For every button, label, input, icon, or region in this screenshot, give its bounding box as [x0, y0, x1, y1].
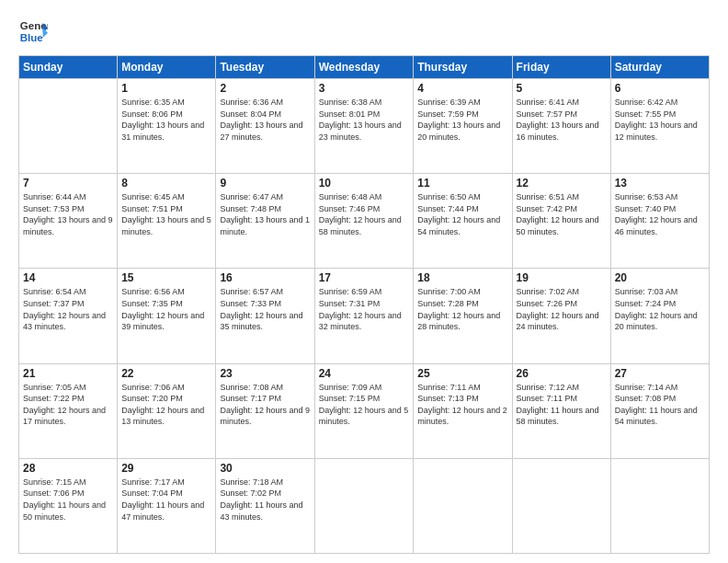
- day-cell: 28Sunrise: 7:15 AM Sunset: 7:06 PM Dayli…: [19, 458, 118, 553]
- day-number: 6: [615, 82, 705, 95]
- weekday-header-sunday: Sunday: [19, 56, 118, 79]
- day-cell: [314, 458, 414, 553]
- day-cell: 18Sunrise: 7:00 AM Sunset: 7:28 PM Dayli…: [414, 269, 512, 363]
- day-number: 17: [319, 271, 410, 284]
- day-cell: 15Sunrise: 6:56 AM Sunset: 7:35 PM Dayli…: [118, 269, 216, 363]
- logo-icon: General Blue: [18, 17, 48, 46]
- day-number: 7: [23, 177, 113, 190]
- day-info: Sunrise: 6:56 AM Sunset: 7:35 PM Dayligh…: [121, 286, 211, 332]
- calendar-table: SundayMondayTuesdayWednesdayThursdayFrid…: [18, 55, 710, 554]
- day-cell: 20Sunrise: 7:03 AM Sunset: 7:24 PM Dayli…: [610, 269, 709, 363]
- day-cell: 17Sunrise: 6:59 AM Sunset: 7:31 PM Dayli…: [314, 269, 414, 363]
- day-number: 14: [23, 271, 113, 284]
- day-number: 15: [121, 271, 211, 284]
- day-number: 9: [220, 177, 310, 190]
- svg-text:Blue: Blue: [20, 32, 44, 43]
- day-cell: 23Sunrise: 7:08 AM Sunset: 7:17 PM Dayli…: [216, 363, 314, 458]
- day-cell: [610, 458, 709, 553]
- day-info: Sunrise: 7:18 AM Sunset: 7:02 PM Dayligh…: [220, 477, 310, 523]
- day-number: 16: [220, 271, 310, 284]
- day-info: Sunrise: 6:38 AM Sunset: 8:01 PM Dayligh…: [319, 97, 410, 143]
- day-cell: 21Sunrise: 7:05 AM Sunset: 7:22 PM Dayli…: [19, 363, 118, 458]
- day-number: 11: [417, 177, 507, 190]
- day-cell: 13Sunrise: 6:53 AM Sunset: 7:40 PM Dayli…: [610, 174, 709, 269]
- day-number: 8: [121, 177, 211, 190]
- day-cell: 9Sunrise: 6:47 AM Sunset: 7:48 PM Daylig…: [216, 174, 314, 269]
- day-info: Sunrise: 6:51 AM Sunset: 7:42 PM Dayligh…: [517, 191, 607, 237]
- day-info: Sunrise: 6:42 AM Sunset: 7:55 PM Dayligh…: [615, 97, 705, 143]
- week-row-2: 7Sunrise: 6:44 AM Sunset: 7:53 PM Daylig…: [19, 174, 710, 269]
- day-cell: 3Sunrise: 6:38 AM Sunset: 8:01 PM Daylig…: [314, 79, 414, 174]
- week-row-1: 1Sunrise: 6:35 AM Sunset: 8:06 PM Daylig…: [19, 79, 710, 174]
- day-info: Sunrise: 6:50 AM Sunset: 7:44 PM Dayligh…: [417, 191, 507, 237]
- day-info: Sunrise: 6:35 AM Sunset: 8:06 PM Dayligh…: [121, 97, 211, 143]
- day-info: Sunrise: 7:14 AM Sunset: 7:08 PM Dayligh…: [615, 382, 705, 428]
- day-info: Sunrise: 6:47 AM Sunset: 7:48 PM Dayligh…: [220, 191, 310, 237]
- day-cell: 7Sunrise: 6:44 AM Sunset: 7:53 PM Daylig…: [19, 174, 118, 269]
- weekday-header-friday: Friday: [512, 56, 610, 79]
- day-number: 20: [615, 271, 705, 284]
- day-number: 28: [23, 462, 113, 475]
- day-number: 12: [517, 177, 607, 190]
- day-number: 26: [517, 367, 607, 380]
- day-info: Sunrise: 7:12 AM Sunset: 7:11 PM Dayligh…: [517, 382, 607, 428]
- day-info: Sunrise: 7:11 AM Sunset: 7:13 PM Dayligh…: [417, 382, 507, 428]
- day-number: 30: [220, 462, 310, 475]
- day-number: 18: [417, 271, 507, 284]
- week-row-4: 21Sunrise: 7:05 AM Sunset: 7:22 PM Dayli…: [19, 363, 710, 458]
- day-number: 27: [615, 367, 705, 380]
- day-info: Sunrise: 7:08 AM Sunset: 7:17 PM Dayligh…: [220, 382, 310, 428]
- day-number: 4: [417, 82, 507, 95]
- weekday-header-thursday: Thursday: [414, 56, 512, 79]
- day-cell: 8Sunrise: 6:45 AM Sunset: 7:51 PM Daylig…: [118, 174, 216, 269]
- day-cell: 22Sunrise: 7:06 AM Sunset: 7:20 PM Dayli…: [118, 363, 216, 458]
- day-cell: [19, 79, 118, 174]
- day-cell: 19Sunrise: 7:02 AM Sunset: 7:26 PM Dayli…: [512, 269, 610, 363]
- day-number: 1: [121, 82, 211, 95]
- day-info: Sunrise: 7:05 AM Sunset: 7:22 PM Dayligh…: [23, 382, 113, 428]
- day-number: 24: [319, 367, 410, 380]
- weekday-header-row: SundayMondayTuesdayWednesdayThursdayFrid…: [19, 56, 710, 79]
- day-info: Sunrise: 6:45 AM Sunset: 7:51 PM Dayligh…: [121, 191, 211, 237]
- day-info: Sunrise: 7:09 AM Sunset: 7:15 PM Dayligh…: [319, 382, 410, 428]
- day-cell: 2Sunrise: 6:36 AM Sunset: 8:04 PM Daylig…: [216, 79, 314, 174]
- day-info: Sunrise: 6:53 AM Sunset: 7:40 PM Dayligh…: [615, 191, 705, 237]
- day-number: 21: [23, 367, 113, 380]
- day-info: Sunrise: 7:15 AM Sunset: 7:06 PM Dayligh…: [23, 477, 113, 523]
- day-cell: 1Sunrise: 6:35 AM Sunset: 8:06 PM Daylig…: [118, 79, 216, 174]
- day-cell: 27Sunrise: 7:14 AM Sunset: 7:08 PM Dayli…: [610, 363, 709, 458]
- day-number: 29: [121, 462, 211, 475]
- day-number: 10: [319, 177, 410, 190]
- day-number: 22: [121, 367, 211, 380]
- week-row-3: 14Sunrise: 6:54 AM Sunset: 7:37 PM Dayli…: [19, 269, 710, 363]
- day-info: Sunrise: 7:17 AM Sunset: 7:04 PM Dayligh…: [121, 477, 211, 523]
- day-number: 3: [319, 82, 410, 95]
- day-cell: 11Sunrise: 6:50 AM Sunset: 7:44 PM Dayli…: [414, 174, 512, 269]
- day-info: Sunrise: 7:03 AM Sunset: 7:24 PM Dayligh…: [615, 286, 705, 332]
- day-number: 2: [220, 82, 310, 95]
- day-number: 13: [615, 177, 705, 190]
- day-number: 19: [517, 271, 607, 284]
- day-info: Sunrise: 7:02 AM Sunset: 7:26 PM Dayligh…: [517, 286, 607, 332]
- day-number: 5: [517, 82, 607, 95]
- day-info: Sunrise: 6:48 AM Sunset: 7:46 PM Dayligh…: [319, 191, 410, 237]
- weekday-header-monday: Monday: [118, 56, 216, 79]
- header: General Blue: [18, 17, 710, 46]
- weekday-header-saturday: Saturday: [610, 56, 709, 79]
- logo: General Blue: [18, 17, 48, 46]
- day-cell: 12Sunrise: 6:51 AM Sunset: 7:42 PM Dayli…: [512, 174, 610, 269]
- day-cell: 10Sunrise: 6:48 AM Sunset: 7:46 PM Dayli…: [314, 174, 414, 269]
- day-cell: 16Sunrise: 6:57 AM Sunset: 7:33 PM Dayli…: [216, 269, 314, 363]
- day-info: Sunrise: 6:44 AM Sunset: 7:53 PM Dayligh…: [23, 191, 113, 237]
- day-info: Sunrise: 6:59 AM Sunset: 7:31 PM Dayligh…: [319, 286, 410, 332]
- day-number: 23: [220, 367, 310, 380]
- day-cell: 30Sunrise: 7:18 AM Sunset: 7:02 PM Dayli…: [216, 458, 314, 553]
- day-info: Sunrise: 6:39 AM Sunset: 7:59 PM Dayligh…: [417, 97, 507, 143]
- day-cell: 4Sunrise: 6:39 AM Sunset: 7:59 PM Daylig…: [414, 79, 512, 174]
- day-info: Sunrise: 6:36 AM Sunset: 8:04 PM Dayligh…: [220, 97, 310, 143]
- day-cell: 5Sunrise: 6:41 AM Sunset: 7:57 PM Daylig…: [512, 79, 610, 174]
- weekday-header-tuesday: Tuesday: [216, 56, 314, 79]
- day-cell: 24Sunrise: 7:09 AM Sunset: 7:15 PM Dayli…: [314, 363, 414, 458]
- day-cell: [414, 458, 512, 553]
- day-cell: 25Sunrise: 7:11 AM Sunset: 7:13 PM Dayli…: [414, 363, 512, 458]
